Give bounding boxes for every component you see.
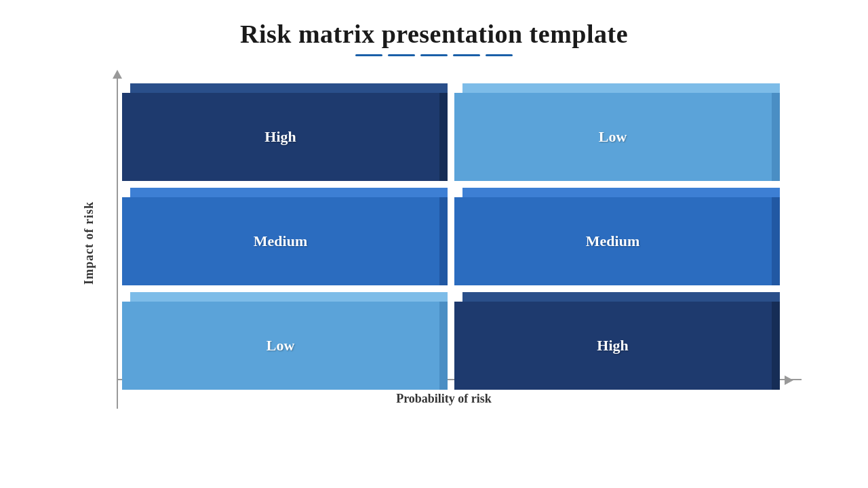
block-front-face: Medium <box>454 197 772 285</box>
block-front-face: High <box>122 93 439 181</box>
block-label-medium-low-prob: Medium <box>254 232 307 250</box>
risk-block-high-low-probability: High <box>122 83 448 181</box>
risk-block-low-low-probability: Low <box>122 292 448 390</box>
page-title: Risk matrix presentation template <box>240 19 628 49</box>
block-top-face <box>130 83 448 93</box>
dash-3 <box>420 54 448 56</box>
block-top-face <box>462 188 780 197</box>
block-top-face <box>130 292 448 302</box>
page-container: Risk matrix presentation template Impact… <box>0 0 868 488</box>
dash-1 <box>355 54 382 56</box>
block-top-face <box>462 83 780 93</box>
block-right-face <box>772 302 780 390</box>
block-right-face <box>772 197 780 285</box>
dash-2 <box>388 54 415 56</box>
risk-block-low-high-probability: Low <box>454 83 780 181</box>
block-label-medium-high-prob: Medium <box>586 232 639 250</box>
block-front-face: Low <box>454 93 772 181</box>
block-label-high-impact-high-prob: High <box>597 337 628 354</box>
block-right-face <box>439 302 448 390</box>
chart-area: Impact of risk Probability of risk <box>82 77 787 409</box>
block-label-high-impact-low-prob: High <box>264 128 296 146</box>
y-axis-line <box>117 77 118 409</box>
axis-and-grid: Probability of risk High <box>102 77 787 409</box>
dash-5 <box>486 54 513 56</box>
risk-block-medium-high-probability: Medium <box>454 188 780 285</box>
block-right-face <box>439 197 448 285</box>
chart-wrapper: Probability of risk High <box>102 77 787 409</box>
x-axis-label: Probability of risk <box>102 392 787 406</box>
title-section: Risk matrix presentation template <box>240 19 628 56</box>
x-arrow-icon <box>785 375 793 385</box>
block-right-face <box>772 93 780 181</box>
risk-matrix-grid: High Low <box>122 83 780 390</box>
block-top-face <box>462 292 780 302</box>
risk-block-medium-low-probability: Medium <box>122 188 448 285</box>
block-front-face: Low <box>122 302 439 390</box>
y-axis-label: Impact of risk <box>82 201 96 285</box>
block-right-face <box>439 93 448 181</box>
block-label-low-impact-high-prob: Low <box>599 128 627 146</box>
y-arrow-icon <box>113 70 122 79</box>
block-front-face: Medium <box>122 197 439 285</box>
block-label-low-impact-low-prob: Low <box>267 337 295 354</box>
title-underline <box>240 54 628 56</box>
block-front-face: High <box>454 302 772 390</box>
block-top-face <box>130 188 448 197</box>
dash-4 <box>453 54 480 56</box>
risk-block-high-high-probability: High <box>454 292 780 390</box>
